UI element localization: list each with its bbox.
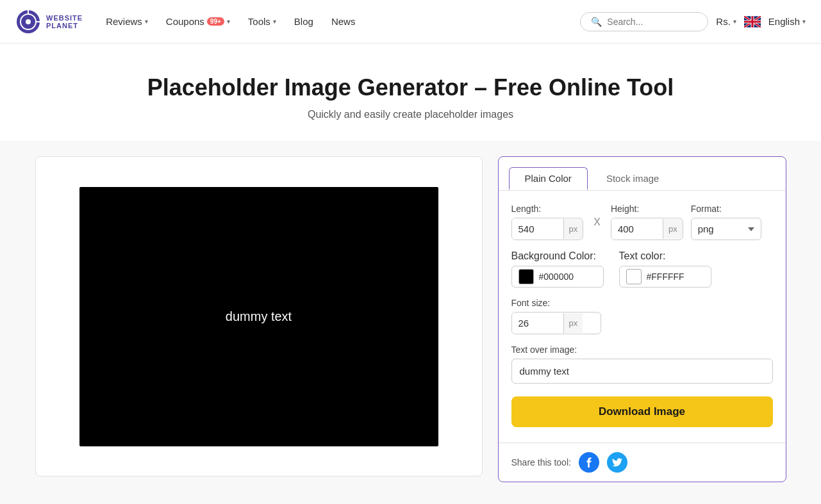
search-area: 🔍 [580,12,708,31]
length-group: Length: px [511,204,584,240]
text-color-swatch[interactable] [626,269,642,284]
text-color-label: Text color: [619,250,711,262]
coupons-badge: 99+ [207,17,224,26]
navbar: WEBSITE PLANET Reviews ▾ Coupons 99+ ▾ T… [0,0,821,44]
flag-icon [744,16,761,28]
height-label: Height: [611,204,683,214]
placeholder-image: dummy text [79,187,438,446]
controls-panel: Plain Color Stock image Length: px X H [498,156,786,482]
length-input-wrapper: px [511,218,584,240]
facebook-share-button[interactable] [579,452,599,473]
svg-point-2 [26,19,31,24]
search-input[interactable] [607,17,697,27]
nav-items: Reviews ▾ Coupons 99+ ▾ Tools ▾ Blog New… [98,11,580,32]
height-unit: px [663,219,683,239]
bg-color-swatch[interactable] [518,269,534,284]
text-over-label: Text over image: [511,345,773,355]
tab-bar: Plain Color Stock image [499,157,786,191]
page-title: Placeholder Image Generator – Free Onlin… [15,74,806,101]
tool-container: dummy text Plain Color Stock image Lengt… [20,141,802,498]
share-bar: Share this tool: [499,443,786,482]
font-size-group: Font size: px [511,298,773,334]
bg-color-hex-input[interactable] [539,272,597,282]
language-button[interactable]: English ▾ [768,16,806,27]
share-label: Share this tool: [511,457,571,467]
page-subtitle: Quickly and easily create placeholder im… [15,109,806,120]
nav-item-coupons[interactable]: Coupons 99+ ▾ [158,11,238,32]
twitter-icon [612,458,622,467]
text-over-group: Text over image: [511,345,773,384]
height-input-wrapper: px [611,218,683,240]
bg-color-label: Background Color: [511,250,604,262]
nav-item-news[interactable]: News [324,11,363,32]
bg-color-input-row [511,266,604,288]
logo[interactable]: WEBSITE PLANET [15,9,83,35]
facebook-icon [586,457,592,467]
right-controls: Rs. ▾ English ▾ [716,16,806,28]
text-color-input-row [619,266,711,288]
format-select[interactable]: png jpg gif webp [691,218,761,240]
chevron-down-icon: ▾ [802,18,806,25]
color-row: Background Color: Text color: [511,250,773,288]
format-label: Format: [691,204,761,214]
length-label: Length: [511,204,584,214]
nav-item-tools[interactable]: Tools ▾ [240,11,284,32]
chevron-down-icon: ▾ [145,18,148,25]
chevron-down-icon: ▾ [733,18,736,25]
dimensions-row: Length: px X Height: px Format: [511,204,773,240]
twitter-share-button[interactable] [607,452,627,473]
search-icon: 🔍 [591,17,602,27]
font-size-input-wrapper: px [511,312,601,334]
hero-section: Placeholder Image Generator – Free Onlin… [0,44,821,141]
nav-item-reviews[interactable]: Reviews ▾ [98,11,156,32]
height-input[interactable] [611,218,663,240]
tab-plain-color[interactable]: Plain Color [509,167,588,190]
tab-stock-image[interactable]: Stock image [590,167,676,190]
logo-text: WEBSITE PLANET [46,14,83,29]
image-preview-panel: dummy text [35,156,483,476]
font-size-label: Font size: [511,298,773,308]
height-group: Height: px [611,204,683,240]
chevron-down-icon: ▾ [227,18,230,25]
font-size-input[interactable] [512,313,563,334]
text-color-hex-input[interactable] [647,272,704,282]
length-unit: px [563,219,583,239]
nav-item-blog[interactable]: Blog [286,11,321,32]
preview-text: dummy text [226,309,292,324]
text-color-group: Text color: [619,250,711,288]
text-over-input[interactable] [511,359,773,384]
bg-color-group: Background Color: [511,250,604,288]
logo-icon [15,9,41,35]
length-input[interactable] [512,218,563,240]
form-area: Length: px X Height: px Format: [499,191,786,443]
font-size-unit: px [563,313,583,333]
currency-button[interactable]: Rs. ▾ [716,16,736,27]
chevron-down-icon: ▾ [273,18,276,25]
multiply-sign: X [591,216,603,228]
download-button[interactable]: Download Image [511,396,773,427]
format-group: Format: png jpg gif webp [691,204,761,240]
